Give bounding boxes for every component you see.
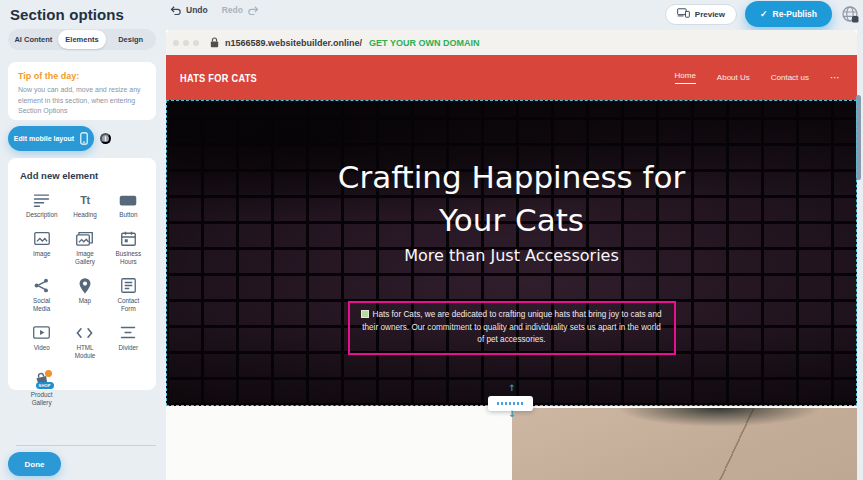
product-gallery-icon: SHOP xyxy=(32,372,52,388)
info-icon[interactable]: i xyxy=(100,133,111,144)
done-button[interactable]: Done xyxy=(8,452,61,476)
pavement-photo xyxy=(512,408,857,480)
republish-button[interactable]: ✓ Re-Publish xyxy=(745,1,832,27)
element-heading[interactable]: Tt Heading xyxy=(63,192,106,220)
hero-heading-line2: Your Cats xyxy=(166,199,857,242)
preview-button[interactable]: Preview xyxy=(665,4,737,25)
heading-icon: Tt xyxy=(80,192,89,208)
contact-form-icon xyxy=(121,278,136,294)
check-icon: ✓ xyxy=(760,9,768,19)
tip-card: Tip of the day: Now you can add, move an… xyxy=(8,62,156,120)
element-contact-form[interactable]: Contact Form xyxy=(107,278,150,314)
add-element-panel: Add new element Description Tt Heading B… xyxy=(8,158,156,390)
element-map[interactable]: Map xyxy=(63,278,106,314)
address-bar-url[interactable]: n1566589.websitebuilder.online/ xyxy=(225,38,362,48)
element-image[interactable]: Image xyxy=(20,231,63,267)
undo-icon xyxy=(170,6,182,15)
window-dot xyxy=(193,40,199,46)
hero-heading-line1: Crafting Happiness for xyxy=(166,156,857,199)
element-business-hours[interactable]: Business Hours xyxy=(107,231,150,267)
top-actions: Preview ✓ Re-Publish xyxy=(665,0,860,28)
window-dot xyxy=(183,40,189,46)
undo-label: Undo xyxy=(186,5,208,15)
element-image-gallery[interactable]: Image Gallery xyxy=(63,231,106,267)
sidebar-tabs: AI Content Elements Design xyxy=(8,29,156,50)
image-gallery-icon xyxy=(76,231,93,247)
image-icon xyxy=(34,231,50,247)
video-icon xyxy=(33,325,50,341)
nav-about-us[interactable]: About Us xyxy=(717,73,750,82)
tab-elements[interactable]: Elements xyxy=(58,30,107,49)
undo-button[interactable]: Undo xyxy=(170,5,208,15)
hero-subheading[interactable]: More than Just Accessories xyxy=(166,246,857,265)
preview-label: Preview xyxy=(695,10,725,19)
globe-icon xyxy=(840,4,860,24)
code-icon xyxy=(76,325,93,341)
phone-icon xyxy=(80,132,88,146)
description-icon xyxy=(33,192,50,208)
notification-badge xyxy=(45,370,52,377)
nav-more-menu[interactable]: ⋯ xyxy=(830,72,841,83)
history-controls: Undo Redo xyxy=(170,5,259,15)
social-media-icon xyxy=(34,278,49,294)
element-video[interactable]: Video xyxy=(20,325,63,361)
page-title: Section options xyxy=(10,6,124,23)
element-description[interactable]: Description xyxy=(20,192,63,220)
redo-icon xyxy=(247,6,259,15)
get-domain-link[interactable]: GET YOUR OWN DOMAIN xyxy=(369,38,479,48)
element-handle-icon[interactable] xyxy=(361,310,369,318)
tip-body: Now you can add, move and resize any ele… xyxy=(18,85,146,117)
sidebar-divider xyxy=(16,445,156,446)
business-hours-icon xyxy=(121,231,136,247)
edit-mobile-layout-button[interactable]: Edit mobile layout xyxy=(8,126,94,151)
element-html-module[interactable]: HTML Module xyxy=(63,325,106,361)
add-element-title: Add new element xyxy=(20,170,150,181)
site-header: HATS FOR CATS Home About Us Contact us ⋯ xyxy=(166,55,857,100)
nav-home[interactable]: Home xyxy=(675,71,696,84)
site-nav: Home About Us Contact us ⋯ xyxy=(675,71,842,84)
hero-paragraph-selected[interactable]: Hats for Cats, we are dedicated to craft… xyxy=(348,301,676,355)
shop-badge: SHOP xyxy=(36,382,54,389)
window-dot xyxy=(173,40,179,46)
resize-arrow-up-icon[interactable]: ↑ xyxy=(503,384,521,393)
site-logo[interactable]: HATS FOR CATS xyxy=(180,72,257,84)
divider-icon xyxy=(120,325,136,341)
resize-arrow-down-icon[interactable]: ↓ xyxy=(503,410,521,419)
app-root: Section options AI Content Elements Desi… xyxy=(0,0,863,480)
tip-title: Tip of the day: xyxy=(18,71,146,81)
redo-label: Redo xyxy=(222,5,243,15)
element-divider[interactable]: Divider xyxy=(107,325,150,361)
lock-icon xyxy=(210,37,219,48)
browser-chrome: n1566589.websitebuilder.online/ GET YOUR… xyxy=(166,30,857,55)
hero-section[interactable]: Crafting Happiness for Your Cats More th… xyxy=(166,100,857,406)
element-button[interactable]: Button xyxy=(107,192,150,220)
redo-button[interactable]: Redo xyxy=(222,5,259,15)
add-element-grid: Description Tt Heading Button Image xyxy=(20,192,150,408)
devices-icon xyxy=(677,8,690,20)
hero-heading[interactable]: Crafting Happiness for Your Cats xyxy=(166,156,857,242)
button-icon xyxy=(119,192,137,208)
republish-label: Re-Publish xyxy=(773,9,817,19)
hero-paragraph-text: Hats for Cats, we are dedicated to craft… xyxy=(362,310,661,344)
element-product-gallery[interactable]: SHOP Product Gallery xyxy=(20,372,63,408)
tab-design[interactable]: Design xyxy=(106,30,155,49)
tab-ai-content[interactable]: AI Content xyxy=(9,30,58,49)
map-pin-icon xyxy=(79,278,91,294)
drag-grip-icon xyxy=(497,402,525,405)
edit-mobile-label: Edit mobile layout xyxy=(14,135,74,142)
language-globe-button[interactable] xyxy=(840,4,860,24)
element-social-media[interactable]: Social Media xyxy=(20,278,63,314)
nav-contact-us[interactable]: Contact us xyxy=(771,73,809,82)
